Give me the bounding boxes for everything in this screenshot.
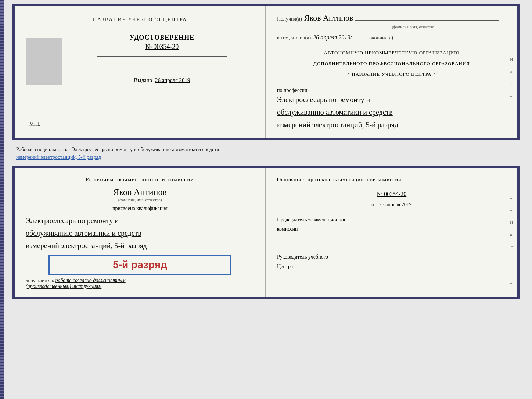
top-right-side-marks: – – – И а ← –	[510, 21, 514, 99]
director-label2: Центра	[277, 262, 506, 271]
chair-label: Председатель экзаменационной	[277, 215, 506, 224]
chair-signature-line	[277, 236, 506, 245]
fio-label-bottom: (фамилия, имя, отчество)	[26, 197, 254, 202]
cert-number: № 00354-20	[145, 43, 179, 51]
assigned-label: присвоена квалификация	[26, 206, 254, 211]
issued-date: Выдано 26 апреля 2019	[134, 77, 190, 83]
basis-doc-number: № 00354-20	[277, 191, 506, 197]
name-underline	[355, 20, 499, 21]
profession-label: по профессии	[277, 88, 506, 93]
allowed-text2: (производственным) инструкциям	[26, 284, 101, 289]
profession-text2: обслуживанию автоматики и средств	[277, 106, 506, 118]
school-name-top: НАЗВАНИЕ УЧЕБНОГО ЦЕНТРА	[26, 17, 254, 23]
finished-label: окончил(а)	[369, 35, 393, 41]
date-underline	[356, 39, 367, 39]
issued-date-value: 26 апреля 2019	[155, 77, 190, 83]
qual3: измерений электростанций, 5-й разряд	[26, 239, 254, 252]
dash-mark: –	[504, 16, 506, 22]
org-line2: ДОПОЛНИТЕЛЬНОГО ПРОФЕССИОНАЛЬНОГО ОБРАЗО…	[277, 60, 506, 68]
bottom-right-side-marks: – – – И а ← – – –	[510, 183, 514, 286]
chair-label2: комиссии	[277, 224, 506, 234]
top-left-title-block: НАЗВАНИЕ УЧЕБНОГО ЦЕНТРА	[26, 13, 254, 30]
between-text-line1: Рабочая специальность - Электрослесарь п…	[16, 147, 219, 152]
recipient-name: Яков Антипов	[304, 13, 353, 23]
org-name: " НАЗВАНИЕ УЧЕБНОГО ЦЕНТРА "	[277, 71, 506, 78]
stamp-mark: М.П.	[29, 121, 40, 131]
top-doc-right: Получил(а) Яков Антипов – (фамилия, имя,…	[266, 6, 517, 138]
top-doc-left: НАЗВАНИЕ УЧЕБНОГО ЦЕНТРА УДОСТОВЕРЕНИЕ №…	[15, 6, 266, 138]
fio-label-top: (фамилия, имя, отчество)	[321, 25, 506, 29]
completion-date: 26 апреля 2019г.	[313, 34, 354, 41]
bottom-doc-left: Решением экзаменационной комиссии Яков А…	[15, 168, 266, 297]
divider	[97, 56, 226, 57]
profession-text3: измерений электростанций, 5-й разряд	[277, 118, 506, 131]
director-section: Руководитель учебного Центра	[277, 252, 506, 282]
resolution-title: Решением экзаменационной комиссии	[26, 176, 254, 184]
rank-box: 5-й разряд	[48, 255, 231, 275]
divider2	[97, 68, 226, 68]
allowed-text: работе согласно должностным	[55, 278, 125, 283]
cert-title-label: УДОСТОВЕРЕНИЕ	[130, 34, 195, 42]
org-line1: АВТОНОМНУЮ НЕКОММЕРЧЕСКУЮ ОРГАНИЗАЦИЮ	[277, 49, 506, 57]
left-photo-section: УДОСТОВЕРЕНИЕ № 00354-20 Выдано 26 апрел…	[26, 34, 254, 89]
basis-date-value: 26 апреля 2019	[379, 202, 412, 207]
org-name-text: НАЗВАНИЕ УЧЕБНОГО ЦЕНТРА	[352, 71, 431, 77]
rank-text: 5-й разряд	[57, 259, 223, 271]
qualification-block: Электрослесарь по ремонту и обслуживанию…	[26, 214, 254, 252]
between-text-line2: измерений электростанций, 5-й разряд	[16, 154, 101, 160]
basis-doc-date: от 26 апреля 2019	[277, 202, 506, 208]
allowed-section: допускается к работе согласно должностны…	[26, 278, 126, 289]
bottom-document: Решением экзаменационной комиссии Яков А…	[12, 166, 520, 299]
profession-text1: Электрослесарь по ремонту и	[277, 93, 506, 106]
director-signature-line	[277, 273, 506, 282]
cert-block: УДОСТОВЕРЕНИЕ № 00354-20 Выдано 26 апрел…	[70, 34, 254, 83]
recipient-line: Получил(а) Яков Антипов –	[277, 13, 506, 23]
in-that-label: в том, что он(а)	[277, 35, 311, 41]
issued-label: Выдано	[134, 77, 152, 83]
received-label: Получил(а)	[277, 16, 302, 22]
bottom-doc-right: Основание: протокол экзаменационной коми…	[266, 168, 517, 297]
date-prefix: от	[371, 202, 376, 207]
chairman-section: Председатель экзаменационной комиссии	[277, 215, 506, 245]
person-name-section: Яков Антипов (фамилия, имя, отчество)	[26, 187, 254, 202]
allowed-prefix: допускается к	[26, 278, 54, 283]
qual2: обслуживанию автоматики и средств	[26, 227, 254, 239]
photo-placeholder	[26, 38, 62, 85]
qual1: Электрослесарь по ремонту и	[26, 214, 254, 227]
document-container: НАЗВАНИЕ УЧЕБНОГО ЦЕНТРА УДОСТОВЕРЕНИЕ №…	[12, 4, 520, 299]
top-document: НАЗВАНИЕ УЧЕБНОГО ЦЕНТРА УДОСТОВЕРЕНИЕ №…	[12, 4, 520, 140]
between-text: Рабочая специальность - Электрослесарь п…	[12, 143, 520, 163]
basis-title: Основание: протокол экзаменационной коми…	[277, 176, 506, 184]
director-label: Руководитель учебного	[277, 252, 506, 261]
person-name: Яков Антипов	[26, 187, 254, 197]
in-that-line: в том, что он(а) 26 апреля 2019г. окончи…	[277, 34, 506, 41]
